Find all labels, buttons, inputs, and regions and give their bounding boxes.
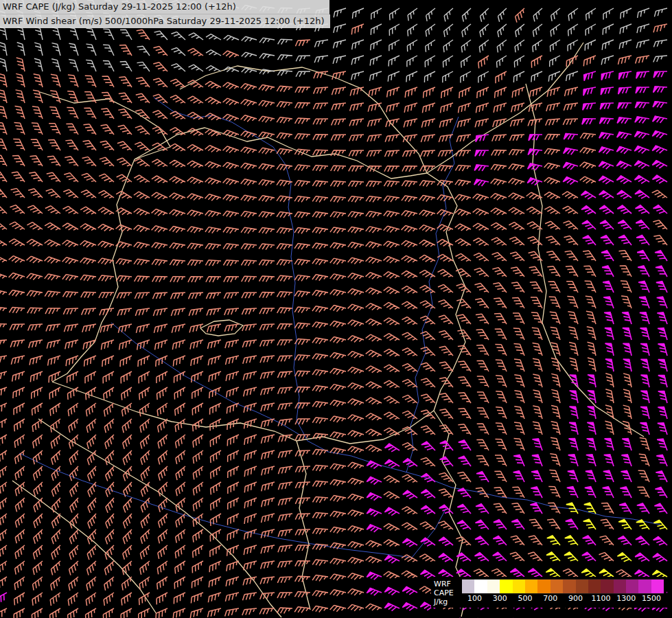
wind-barb xyxy=(492,266,507,281)
wind-barb xyxy=(439,344,453,359)
legend-unit-label: J/kg xyxy=(434,597,457,606)
wind-barb xyxy=(207,593,222,602)
wind-barb xyxy=(583,8,599,21)
wind-barb xyxy=(528,163,542,172)
wind-barb xyxy=(312,354,328,361)
wind-barb xyxy=(332,24,347,33)
wind-barb xyxy=(617,117,632,125)
wind-barb xyxy=(242,403,258,413)
wind-barb xyxy=(170,277,185,282)
wind-barb xyxy=(224,387,240,398)
wind-barb xyxy=(513,310,524,326)
wind-barb xyxy=(225,498,241,510)
river-line xyxy=(406,117,459,472)
wind-barb xyxy=(154,356,170,367)
wind-barb xyxy=(581,205,596,218)
wind-barb xyxy=(348,196,364,203)
wind-barb xyxy=(348,211,364,218)
wind-barb xyxy=(312,512,328,519)
wind-barb xyxy=(277,608,292,614)
wind-barb xyxy=(312,274,328,282)
wind-barb xyxy=(223,227,239,235)
wind-barb xyxy=(528,235,542,249)
wind-barb xyxy=(513,8,529,23)
wind-barb xyxy=(277,243,292,251)
wind-barb xyxy=(0,561,10,574)
wind-barb xyxy=(312,385,328,393)
wind-barb xyxy=(224,356,240,365)
wind-barb xyxy=(191,466,207,479)
wind-barb xyxy=(330,304,346,313)
wind-barb xyxy=(385,443,399,455)
wind-barb xyxy=(419,284,435,297)
wind-barb xyxy=(119,43,132,58)
wind-barb xyxy=(136,76,150,91)
wind-barb xyxy=(421,103,437,113)
wind-barb xyxy=(419,239,435,250)
wind-barb xyxy=(69,58,78,73)
wind-barb xyxy=(0,577,10,589)
wind-barb xyxy=(603,485,614,501)
wind-barb xyxy=(584,502,596,517)
wind-barb xyxy=(478,8,493,22)
wind-barb xyxy=(476,56,491,69)
wind-barb xyxy=(548,40,563,52)
wind-barb xyxy=(348,541,364,551)
wind-barb xyxy=(564,148,578,156)
wind-barb xyxy=(28,371,44,382)
wind-barb xyxy=(118,356,134,367)
wind-barb xyxy=(138,545,153,559)
wind-barb xyxy=(48,403,64,416)
wind-barb xyxy=(157,466,172,481)
wind-barb xyxy=(601,501,614,516)
wind-barb xyxy=(530,279,542,295)
wind-barb xyxy=(617,552,632,566)
wind-barb xyxy=(653,536,667,549)
wind-barb xyxy=(11,403,27,415)
wind-barb xyxy=(582,103,596,110)
wind-barb xyxy=(568,325,578,341)
wind-barb xyxy=(652,130,667,140)
wind-barb xyxy=(477,358,489,374)
wind-barb xyxy=(384,240,399,251)
wind-barb xyxy=(46,356,62,366)
wind-barb xyxy=(45,324,61,331)
wind-barb xyxy=(330,242,346,251)
wind-barb xyxy=(32,121,43,137)
wind-barb xyxy=(117,324,133,333)
wind-barb xyxy=(367,150,382,157)
wind-barb xyxy=(259,577,275,584)
wind-barb xyxy=(295,450,310,457)
wind-barb xyxy=(241,162,257,171)
wind-barb xyxy=(189,593,205,603)
wind-barb xyxy=(100,340,115,350)
wind-barb xyxy=(190,403,206,415)
wind-barb xyxy=(402,195,417,203)
wind-barb xyxy=(154,593,170,604)
wind-barb xyxy=(588,374,596,388)
wind-barb xyxy=(475,150,489,157)
wind-barb xyxy=(604,453,614,468)
wind-barb xyxy=(605,342,614,356)
wind-barb xyxy=(568,310,578,325)
wind-barb xyxy=(545,220,560,233)
wind-barb xyxy=(83,122,96,137)
wind-barb xyxy=(420,299,435,312)
wind-barb xyxy=(438,519,453,534)
wind-barb xyxy=(67,419,82,433)
wind-barb xyxy=(191,482,207,495)
wind-barb xyxy=(657,437,667,453)
wind-barb xyxy=(350,40,365,49)
wind-barb xyxy=(658,343,667,358)
wind-barb xyxy=(119,91,132,106)
wind-barb xyxy=(386,40,402,51)
wind-barb xyxy=(509,206,524,218)
wind-barb xyxy=(348,257,364,266)
wind-barb xyxy=(653,87,667,93)
wind-barb xyxy=(139,498,153,512)
wind-barb xyxy=(154,387,170,400)
wind-barb xyxy=(224,608,240,616)
wind-barb xyxy=(102,561,117,575)
wind-barb xyxy=(172,561,188,573)
wind-barb xyxy=(639,295,649,310)
